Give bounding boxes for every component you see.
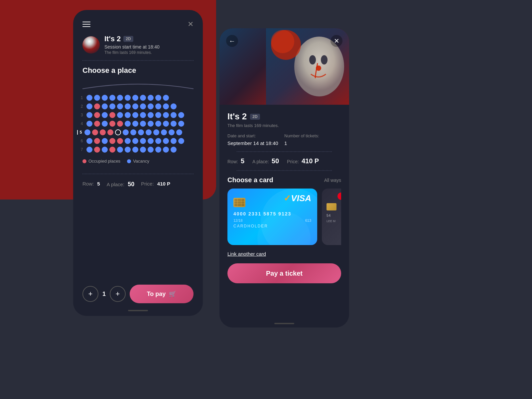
mc-chip [327, 203, 336, 210]
seat[interactable] [178, 138, 184, 144]
seat[interactable] [140, 112, 146, 118]
seat[interactable] [161, 129, 167, 135]
seat[interactable] [155, 112, 161, 118]
seat[interactable] [102, 95, 108, 101]
seat[interactable] [178, 121, 184, 127]
pay-ticket-button[interactable]: Pay a ticket [227, 263, 341, 283]
seat[interactable] [178, 112, 184, 118]
seat[interactable] [171, 103, 177, 109]
seat[interactable] [171, 112, 177, 118]
seat[interactable] [86, 147, 92, 153]
seat[interactable] [163, 112, 169, 118]
seat[interactable] [140, 147, 146, 153]
seat[interactable] [176, 129, 182, 135]
seat[interactable] [86, 138, 92, 144]
seat[interactable] [163, 138, 169, 144]
seat[interactable] [148, 95, 154, 101]
date-label: Date and start: [227, 133, 284, 138]
seat[interactable] [117, 103, 123, 109]
seat[interactable] [102, 147, 108, 153]
vacancy-label: Vacancy [133, 159, 149, 164]
seat[interactable] [171, 147, 177, 153]
seat[interactable] [171, 121, 177, 127]
seat[interactable] [109, 95, 115, 101]
close-button-right[interactable]: ✕ [331, 35, 342, 47]
row-number-selected: 5 [77, 130, 82, 135]
decrement-button[interactable]: + [82, 286, 98, 302]
seat[interactable] [138, 129, 144, 135]
seat[interactable] [117, 112, 123, 118]
close-button-left[interactable]: ✕ [188, 20, 194, 29]
svg-point-4 [309, 55, 316, 65]
to-pay-button[interactable]: To pay 🛒 [130, 285, 194, 303]
seat[interactable] [140, 121, 146, 127]
seat[interactable] [125, 147, 131, 153]
seat-occupied [92, 129, 98, 135]
seat[interactable] [163, 95, 169, 101]
seat[interactable] [132, 138, 138, 144]
seat[interactable] [155, 121, 161, 127]
seat[interactable] [140, 95, 146, 101]
seat[interactable] [86, 103, 92, 109]
seat[interactable] [155, 138, 161, 144]
seat[interactable] [163, 121, 169, 127]
hamburger-menu[interactable] [82, 22, 90, 27]
seat[interactable] [125, 103, 131, 109]
seat[interactable] [169, 129, 175, 135]
seat[interactable] [140, 138, 146, 144]
link-card-button[interactable]: Link another card [227, 251, 266, 257]
seat-selected[interactable] [115, 129, 121, 135]
seat[interactable] [155, 95, 161, 101]
seat[interactable] [117, 95, 123, 101]
tickets-value: 1 [284, 140, 341, 146]
seat[interactable] [132, 121, 138, 127]
session-time: Session start time at 18:40 [104, 44, 160, 50]
visa-card-number: 4000 2331 5875 9123 [233, 211, 311, 216]
seat[interactable] [132, 112, 138, 118]
seat[interactable] [125, 138, 131, 144]
seat[interactable] [125, 121, 131, 127]
visa-card[interactable]: ✓VISA 4000 2331 5875 9123 12/18 613 CARD… [227, 189, 317, 245]
seat[interactable] [132, 95, 138, 101]
seat[interactable] [102, 103, 108, 109]
seat[interactable] [148, 103, 154, 109]
seat[interactable] [163, 103, 169, 109]
row-number: 2 [79, 104, 84, 109]
seat[interactable] [123, 129, 129, 135]
increment-button[interactable]: + [110, 286, 126, 302]
seat[interactable] [102, 121, 108, 127]
card-meta: 12/18 613 [233, 218, 311, 222]
seat[interactable] [148, 121, 154, 127]
seat[interactable] [148, 138, 154, 144]
seat[interactable] [140, 103, 146, 109]
seat[interactable] [155, 103, 161, 109]
seat-occupied [94, 138, 100, 144]
seat[interactable] [86, 121, 92, 127]
seat[interactable] [102, 112, 108, 118]
seat[interactable] [130, 129, 136, 135]
mastercard-card[interactable]: 54 LEE M [322, 189, 341, 245]
right-phone: ← ✕ It's 2 2D The film lasts 169 minutes… [219, 28, 349, 328]
seat[interactable] [125, 95, 131, 101]
right-row-value: 5 [241, 157, 244, 165]
row-number: 7 [79, 147, 84, 152]
seat[interactable] [148, 147, 154, 153]
seat[interactable] [84, 129, 90, 135]
seat[interactable] [153, 129, 159, 135]
seat[interactable] [132, 103, 138, 109]
seat[interactable] [86, 112, 92, 118]
seat[interactable] [94, 95, 100, 101]
seat-occupied [109, 121, 115, 127]
seat[interactable] [109, 103, 115, 109]
seat[interactable] [148, 112, 154, 118]
seat[interactable] [163, 147, 169, 153]
seat[interactable] [146, 129, 152, 135]
back-button[interactable]: ← [226, 35, 238, 47]
seat[interactable] [102, 138, 108, 144]
seat[interactable] [86, 95, 92, 101]
seat[interactable] [155, 147, 161, 153]
seat[interactable] [171, 138, 177, 144]
seat[interactable] [125, 112, 131, 118]
seat[interactable] [117, 147, 123, 153]
seat[interactable] [132, 147, 138, 153]
